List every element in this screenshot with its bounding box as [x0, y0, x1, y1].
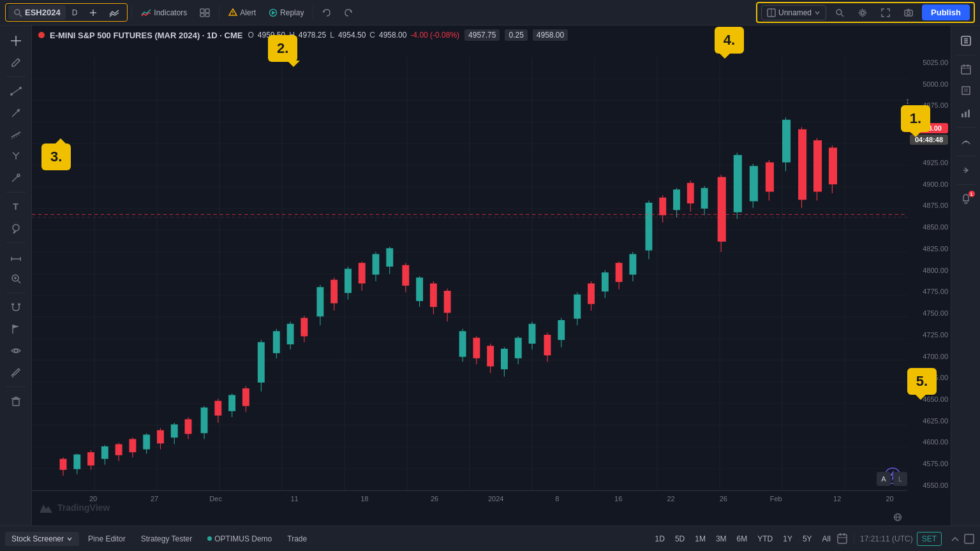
time-axis: 20 27 Dec 11 18 26 2024 8 16 22 26 Feb 1…	[32, 490, 907, 525]
time-axis-controls	[893, 513, 902, 522]
trash-tool[interactable]	[4, 391, 27, 411]
l-button[interactable]: L	[893, 472, 907, 486]
svg-rect-95	[157, 430, 164, 444]
price-level-4875: 4875.00	[910, 202, 948, 209]
flag-tool[interactable]	[4, 319, 27, 339]
fullscreen-btn[interactable]	[876, 6, 895, 20]
calendar-icon[interactable]	[954, 59, 977, 80]
zoom-in-tool[interactable]	[4, 268, 27, 289]
interval-btn[interactable]: D	[67, 6, 83, 20]
calendar-range-icon[interactable]	[836, 533, 848, 545]
alert-icon	[228, 8, 237, 17]
camera-btn[interactable]	[899, 6, 918, 20]
a-button[interactable]: A	[877, 472, 891, 486]
tf-6m[interactable]: 6M	[732, 533, 752, 545]
callout-1: 1.	[901, 105, 930, 132]
settings-btn[interactable]	[853, 6, 872, 20]
stock-screener-btn[interactable]: Stock Screener	[5, 532, 79, 546]
svg-rect-145	[515, 338, 522, 358]
add-btn[interactable]	[84, 6, 103, 20]
channel-tool[interactable]	[4, 124, 27, 145]
tf-ytd[interactable]: YTD	[753, 533, 777, 545]
svg-rect-115	[301, 318, 308, 337]
trade-btn[interactable]: Trade	[281, 532, 313, 546]
low-label: L	[330, 31, 334, 40]
low-value: 4954.50	[338, 31, 366, 40]
svg-rect-87	[101, 446, 108, 459]
svg-rect-125	[373, 254, 380, 274]
svg-rect-163	[645, 203, 652, 251]
time-display: 17:21:11 (UTC)	[860, 534, 913, 543]
time-18: 18	[360, 495, 368, 503]
chevron-down-icon	[814, 10, 820, 16]
svg-rect-103	[214, 401, 221, 416]
optimus-demo-btn[interactable]: OPTIMUS Demo	[201, 532, 278, 546]
tf-1m[interactable]: 1M	[690, 533, 710, 545]
eye-tool[interactable]	[4, 341, 27, 361]
measure-tool[interactable]	[4, 247, 27, 267]
symbol-search[interactable]: ESH2024	[8, 5, 66, 20]
magnet-tool[interactable]	[4, 297, 27, 318]
price-badge-3: 4958.00	[533, 29, 568, 41]
pen-tool[interactable]	[4, 52, 27, 73]
svg-rect-97	[171, 424, 178, 437]
price-level-4725: 4725.00	[910, 331, 948, 339]
svg-line-37	[18, 281, 20, 283]
undo-btn[interactable]	[317, 6, 336, 20]
signals-icon[interactable]	[954, 131, 977, 152]
tf-1y[interactable]: 1Y	[778, 533, 797, 545]
pitchfork-tool[interactable]	[4, 146, 27, 166]
news-icon[interactable]	[954, 81, 977, 101]
tf-5d[interactable]: 5D	[671, 533, 689, 545]
tf-1d[interactable]: 1D	[651, 533, 669, 545]
compare-btn[interactable]	[104, 6, 124, 20]
arrow-tool[interactable]	[4, 103, 27, 123]
svg-line-23	[18, 59, 20, 61]
price-level-5000: 5000.00	[910, 80, 948, 88]
svg-point-20	[907, 11, 910, 15]
price-level-4925: 4925.00	[910, 159, 948, 166]
set-btn[interactable]: SET	[917, 532, 942, 546]
callout-5: 5.	[907, 368, 937, 395]
expand-icon[interactable]	[963, 533, 975, 545]
svg-rect-161	[629, 254, 636, 274]
redo-btn[interactable]	[339, 6, 358, 20]
unnamed-btn[interactable]: Unnamed	[761, 5, 826, 20]
svg-rect-101	[201, 408, 208, 433]
tf-5y[interactable]: 5Y	[798, 533, 817, 545]
pine-editor-btn[interactable]: Pine Editor	[82, 532, 132, 546]
chart-options-icon[interactable]	[954, 103, 977, 123]
strategy-tester-btn[interactable]: Strategy Tester	[135, 532, 198, 546]
svg-rect-147	[529, 324, 536, 344]
watchlist-icon[interactable]	[954, 31, 977, 51]
time-16: 16	[614, 495, 622, 503]
svg-rect-91	[129, 439, 136, 452]
alert-btn[interactable]: Alert	[223, 6, 261, 20]
expand-right-icon[interactable]	[954, 160, 977, 180]
text-tool[interactable]: T	[4, 196, 27, 217]
search-tool-btn[interactable]	[830, 6, 849, 20]
templates-btn[interactable]	[195, 6, 215, 20]
balloon-tool[interactable]	[4, 218, 27, 239]
candlestick-chart[interactable]	[32, 57, 907, 490]
svg-rect-153	[574, 295, 581, 319]
time-dec: Dec	[209, 495, 222, 503]
collapse-icon[interactable]	[949, 533, 961, 545]
replay-btn[interactable]: Replay	[264, 6, 309, 20]
svg-rect-141	[487, 346, 494, 366]
scale-arrow[interactable]: ↕	[905, 96, 910, 106]
indicators-btn[interactable]: Indicators	[136, 6, 192, 20]
publish-button[interactable]: Publish	[922, 4, 970, 20]
trend-line-tool[interactable]	[4, 81, 27, 101]
svg-rect-59	[965, 112, 967, 117]
price-badge-1: 4957.75	[464, 29, 500, 41]
crosshair-tool[interactable]	[4, 31, 27, 51]
brush-tool[interactable]	[4, 168, 27, 188]
dropdown-arrow-icon	[66, 536, 73, 542]
tf-3m[interactable]: 3M	[711, 533, 731, 545]
pencil-tool[interactable]	[4, 362, 27, 383]
tf-all[interactable]: All	[818, 533, 835, 545]
notifications-icon[interactable]: 1	[954, 189, 977, 209]
panel-controls	[949, 533, 975, 545]
time-feb: Feb	[770, 495, 782, 503]
